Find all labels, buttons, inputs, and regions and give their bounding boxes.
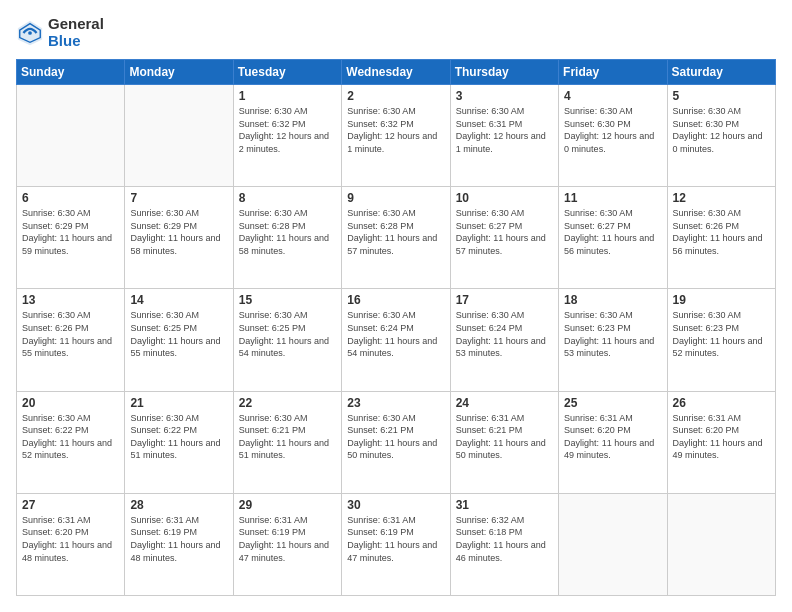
day-number: 23 [347,396,444,410]
day-number: 22 [239,396,336,410]
day-number: 17 [456,293,553,307]
weekday-header: Sunday [17,60,125,85]
calendar-cell [667,493,775,595]
day-info: Sunrise: 6:30 AMSunset: 6:22 PMDaylight:… [22,412,119,462]
day-number: 9 [347,191,444,205]
day-number: 12 [673,191,770,205]
weekday-header: Tuesday [233,60,341,85]
day-number: 13 [22,293,119,307]
calendar-cell: 31Sunrise: 6:32 AMSunset: 6:18 PMDayligh… [450,493,558,595]
calendar-cell: 3Sunrise: 6:30 AMSunset: 6:31 PMDaylight… [450,85,558,187]
weekday-header: Wednesday [342,60,450,85]
day-number: 10 [456,191,553,205]
calendar-week-row: 1Sunrise: 6:30 AMSunset: 6:32 PMDaylight… [17,85,776,187]
calendar-cell: 1Sunrise: 6:30 AMSunset: 6:32 PMDaylight… [233,85,341,187]
day-number: 31 [456,498,553,512]
logo-general: General [48,15,104,32]
header: General Blue [16,16,776,49]
weekday-header: Friday [559,60,667,85]
day-info: Sunrise: 6:31 AMSunset: 6:20 PMDaylight:… [564,412,661,462]
calendar-cell: 10Sunrise: 6:30 AMSunset: 6:27 PMDayligh… [450,187,558,289]
day-info: Sunrise: 6:30 AMSunset: 6:26 PMDaylight:… [22,309,119,359]
day-info: Sunrise: 6:31 AMSunset: 6:20 PMDaylight:… [673,412,770,462]
calendar-cell: 9Sunrise: 6:30 AMSunset: 6:28 PMDaylight… [342,187,450,289]
day-info: Sunrise: 6:30 AMSunset: 6:21 PMDaylight:… [239,412,336,462]
day-number: 5 [673,89,770,103]
day-info: Sunrise: 6:30 AMSunset: 6:22 PMDaylight:… [130,412,227,462]
weekday-header: Monday [125,60,233,85]
day-info: Sunrise: 6:30 AMSunset: 6:28 PMDaylight:… [239,207,336,257]
day-info: Sunrise: 6:31 AMSunset: 6:19 PMDaylight:… [130,514,227,564]
day-info: Sunrise: 6:30 AMSunset: 6:31 PMDaylight:… [456,105,553,155]
calendar-week-row: 27Sunrise: 6:31 AMSunset: 6:20 PMDayligh… [17,493,776,595]
day-number: 29 [239,498,336,512]
calendar-cell: 11Sunrise: 6:30 AMSunset: 6:27 PMDayligh… [559,187,667,289]
day-number: 19 [673,293,770,307]
calendar-cell: 7Sunrise: 6:30 AMSunset: 6:29 PMDaylight… [125,187,233,289]
calendar-cell: 29Sunrise: 6:31 AMSunset: 6:19 PMDayligh… [233,493,341,595]
day-info: Sunrise: 6:30 AMSunset: 6:32 PMDaylight:… [239,105,336,155]
calendar-cell [559,493,667,595]
calendar-cell: 28Sunrise: 6:31 AMSunset: 6:19 PMDayligh… [125,493,233,595]
day-number: 18 [564,293,661,307]
day-info: Sunrise: 6:31 AMSunset: 6:21 PMDaylight:… [456,412,553,462]
day-number: 1 [239,89,336,103]
logo-blue: Blue [48,32,81,49]
calendar-cell: 21Sunrise: 6:30 AMSunset: 6:22 PMDayligh… [125,391,233,493]
day-info: Sunrise: 6:30 AMSunset: 6:21 PMDaylight:… [347,412,444,462]
day-info: Sunrise: 6:30 AMSunset: 6:30 PMDaylight:… [564,105,661,155]
logo-icon [16,19,44,47]
day-number: 11 [564,191,661,205]
weekday-header: Saturday [667,60,775,85]
calendar-week-row: 20Sunrise: 6:30 AMSunset: 6:22 PMDayligh… [17,391,776,493]
day-number: 15 [239,293,336,307]
calendar-cell [17,85,125,187]
calendar-cell: 20Sunrise: 6:30 AMSunset: 6:22 PMDayligh… [17,391,125,493]
day-info: Sunrise: 6:30 AMSunset: 6:27 PMDaylight:… [456,207,553,257]
svg-point-2 [28,31,32,35]
day-info: Sunrise: 6:30 AMSunset: 6:30 PMDaylight:… [673,105,770,155]
weekday-header: Thursday [450,60,558,85]
calendar-cell: 26Sunrise: 6:31 AMSunset: 6:20 PMDayligh… [667,391,775,493]
calendar-week-row: 13Sunrise: 6:30 AMSunset: 6:26 PMDayligh… [17,289,776,391]
day-number: 8 [239,191,336,205]
calendar-cell: 14Sunrise: 6:30 AMSunset: 6:25 PMDayligh… [125,289,233,391]
day-info: Sunrise: 6:30 AMSunset: 6:29 PMDaylight:… [130,207,227,257]
day-info: Sunrise: 6:30 AMSunset: 6:25 PMDaylight:… [239,309,336,359]
calendar-cell: 24Sunrise: 6:31 AMSunset: 6:21 PMDayligh… [450,391,558,493]
logo: General Blue [16,16,104,49]
day-info: Sunrise: 6:30 AMSunset: 6:24 PMDaylight:… [347,309,444,359]
day-info: Sunrise: 6:30 AMSunset: 6:27 PMDaylight:… [564,207,661,257]
calendar-cell: 30Sunrise: 6:31 AMSunset: 6:19 PMDayligh… [342,493,450,595]
day-number: 3 [456,89,553,103]
day-number: 7 [130,191,227,205]
calendar-cell [125,85,233,187]
day-number: 25 [564,396,661,410]
day-number: 4 [564,89,661,103]
day-number: 21 [130,396,227,410]
day-info: Sunrise: 6:31 AMSunset: 6:19 PMDaylight:… [347,514,444,564]
calendar-header-row: SundayMondayTuesdayWednesdayThursdayFrid… [17,60,776,85]
calendar-cell: 17Sunrise: 6:30 AMSunset: 6:24 PMDayligh… [450,289,558,391]
day-number: 16 [347,293,444,307]
day-number: 30 [347,498,444,512]
calendar-cell: 8Sunrise: 6:30 AMSunset: 6:28 PMDaylight… [233,187,341,289]
calendar-cell: 16Sunrise: 6:30 AMSunset: 6:24 PMDayligh… [342,289,450,391]
calendar-cell: 25Sunrise: 6:31 AMSunset: 6:20 PMDayligh… [559,391,667,493]
calendar-cell: 15Sunrise: 6:30 AMSunset: 6:25 PMDayligh… [233,289,341,391]
day-number: 2 [347,89,444,103]
day-number: 24 [456,396,553,410]
day-info: Sunrise: 6:30 AMSunset: 6:26 PMDaylight:… [673,207,770,257]
day-info: Sunrise: 6:30 AMSunset: 6:29 PMDaylight:… [22,207,119,257]
day-info: Sunrise: 6:31 AMSunset: 6:20 PMDaylight:… [22,514,119,564]
calendar-table: SundayMondayTuesdayWednesdayThursdayFrid… [16,59,776,596]
day-number: 28 [130,498,227,512]
calendar-cell: 23Sunrise: 6:30 AMSunset: 6:21 PMDayligh… [342,391,450,493]
day-number: 26 [673,396,770,410]
calendar-cell: 19Sunrise: 6:30 AMSunset: 6:23 PMDayligh… [667,289,775,391]
calendar-cell: 27Sunrise: 6:31 AMSunset: 6:20 PMDayligh… [17,493,125,595]
day-info: Sunrise: 6:32 AMSunset: 6:18 PMDaylight:… [456,514,553,564]
calendar-cell: 13Sunrise: 6:30 AMSunset: 6:26 PMDayligh… [17,289,125,391]
day-info: Sunrise: 6:30 AMSunset: 6:23 PMDaylight:… [673,309,770,359]
day-number: 20 [22,396,119,410]
